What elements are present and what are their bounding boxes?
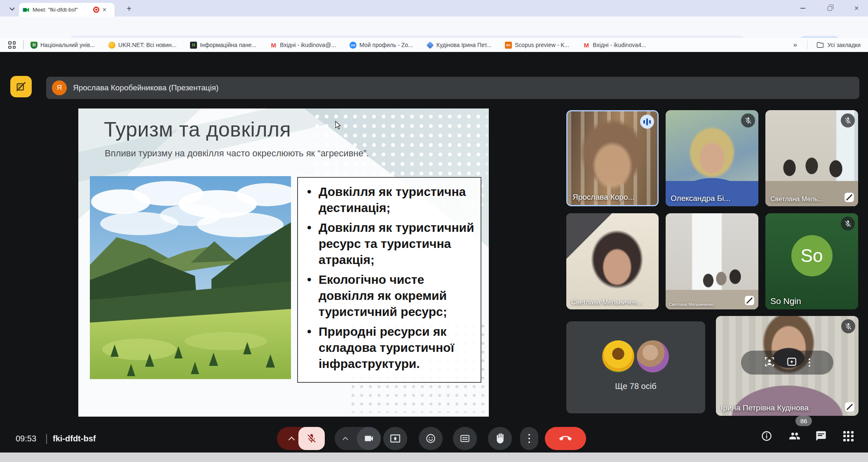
bookmarks-overflow-chevron[interactable]: » <box>793 41 797 49</box>
avatar-initials: So <box>791 235 833 276</box>
slide-subtitle: Впливи туризму на довкілля часто окреслю… <box>105 148 369 159</box>
tab-title: Meet: "fki-dfdt-bsf" <box>33 7 90 13</box>
bookmark-favicon: zm <box>350 42 357 49</box>
presentation-slide[interactable]: Туризм та довкілля Впливи туризму на дов… <box>78 108 489 417</box>
present-icon <box>390 433 401 444</box>
bookmark-favicon: M <box>583 42 590 49</box>
participant-name: Светлана Мель... <box>770 196 823 203</box>
presentation-paused-button[interactable] <box>10 76 32 97</box>
browser-toolbar: meet.google.com/fki-dfdt-bsf Освіта <box>0 16 868 38</box>
slide-bullet: Екологічно чисте довкілля як окремий тур… <box>304 271 476 320</box>
chat-icon <box>815 430 827 442</box>
captions-icon <box>460 433 470 444</box>
screen: Meet: "fki-dfdt-bsf" ✕ + ✕ meet.google.c… <box>0 0 868 462</box>
window-minimize-button[interactable] <box>796 2 809 14</box>
bookmark-item[interactable]: HІнформаційна пане... <box>190 42 256 49</box>
expand-tile-icon[interactable] <box>844 401 855 412</box>
slashed-grid-icon <box>15 81 27 92</box>
participant-count-badge: 86 <box>795 416 812 426</box>
participant-avatar <box>637 340 669 372</box>
raise-hand-button[interactable] <box>488 427 512 450</box>
microphone-muted-button[interactable] <box>298 427 325 450</box>
meeting-code: fki-dfdt-bsf <box>53 434 96 443</box>
expand-tile-icon[interactable] <box>844 192 855 203</box>
bookmark-item[interactable]: SCScopus preview - K... <box>505 42 569 49</box>
slide-bullet: Природні ресурси як складова туристичної… <box>304 323 476 372</box>
captions-button[interactable] <box>453 427 477 450</box>
new-tab-button[interactable]: + <box>124 4 134 14</box>
grid-icon <box>843 431 854 441</box>
meet-favicon-icon <box>22 6 30 14</box>
slide-bullet-box: Довкілля як туристична дестинація; Довкі… <box>297 177 481 383</box>
more-options-button[interactable] <box>520 427 538 450</box>
bookmark-favicon: H <box>30 42 38 49</box>
overflow-participants-tile[interactable]: Ще 78 осіб <box>566 321 705 413</box>
video-tile-classroom[interactable]: Светлана Мельниченко <box>666 213 758 309</box>
video-feed <box>566 213 659 309</box>
video-tile-svetlana-room[interactable]: Светлана Мель... <box>765 110 858 206</box>
participant-name: Светлана Мельниченко <box>669 302 714 307</box>
video-tile-yaroslava[interactable]: Ярослава Коро... <box>566 110 659 206</box>
bookmark-favicon <box>108 42 115 49</box>
tile-more-options-button[interactable] <box>809 358 810 367</box>
camera-button[interactable] <box>357 427 381 450</box>
participant-name: Ярослава Коро... <box>572 193 634 202</box>
more-participants-label: Ще 78 осіб <box>566 382 705 391</box>
bookmark-favicon <box>426 41 434 49</box>
chat-button[interactable] <box>814 429 828 443</box>
mic-muted-icon <box>841 113 855 127</box>
slide-title: Туризм та довкілля <box>104 118 291 141</box>
participant-avatar <box>602 340 634 372</box>
apps-grid-icon[interactable] <box>8 41 16 49</box>
videocam-icon <box>364 433 374 444</box>
all-bookmarks-button[interactable]: Усі закладки <box>816 41 861 49</box>
present-screen-button[interactable] <box>383 427 407 450</box>
activities-button[interactable] <box>841 429 856 443</box>
tile-hover-actions <box>741 351 833 375</box>
window-restore-button[interactable] <box>823 2 836 14</box>
meet-app: Я Ярослава Коробейникова (Презентація) Т… <box>0 52 868 453</box>
participant-name: Олександра Бі... <box>671 194 730 203</box>
frame-person-button[interactable] <box>764 356 775 369</box>
bookmark-item[interactable]: Кудінова Ірина Пет... <box>427 42 491 48</box>
reactions-button[interactable] <box>419 427 443 450</box>
bookmark-favicon: M <box>270 42 277 49</box>
meeting-info-button[interactable] <box>759 429 774 443</box>
people-icon <box>789 430 800 442</box>
mouse-cursor <box>335 121 343 130</box>
mic-off-icon <box>306 433 317 444</box>
bookmark-favicon: SC <box>505 42 512 49</box>
bookmark-item[interactable]: MВхідні - ikudinova4... <box>583 42 646 49</box>
presenter-banner[interactable]: Я Ярослава Коробейникова (Презентація) <box>46 77 859 99</box>
slide-bullet: Довкілля як туристична дестинація; <box>304 184 476 216</box>
bookmark-item[interactable]: MВхідні - ikudinova@... <box>270 42 336 49</box>
slide-photo-landscape <box>90 176 291 379</box>
window-close-button[interactable]: ✕ <box>850 2 863 14</box>
bookmark-item[interactable]: UKR.NET: Всі новин... <box>108 42 176 49</box>
video-tile-oleksandra[interactable]: Олександра Бі... <box>666 110 758 206</box>
browser-tab[interactable]: Meet: "fki-dfdt-bsf" ✕ <box>19 3 115 16</box>
end-call-button[interactable] <box>545 427 586 450</box>
bookmark-item[interactable]: HНаціональний унів... <box>30 42 95 49</box>
mic-muted-icon <box>741 113 755 127</box>
tab-search-chevron-icon[interactable] <box>7 4 17 13</box>
camera-options-chevron[interactable] <box>343 437 348 443</box>
call-end-icon <box>559 432 572 445</box>
expand-tile-icon[interactable] <box>744 295 755 306</box>
video-tile-iryna[interactable]: Ірина Петрівна Кудінова <box>716 316 859 416</box>
video-tile-svetlana-closeup[interactable]: Светлана Мельничен... <box>566 213 659 309</box>
hand-icon <box>495 433 505 444</box>
participants-button[interactable] <box>787 429 802 443</box>
presenter-avatar: Я <box>52 80 67 95</box>
folder-icon <box>816 41 824 49</box>
camera-control-group[interactable] <box>335 427 381 450</box>
presenter-name: Ярослава Коробейникова (Презентація) <box>73 83 218 92</box>
bookmark-favicon: H <box>190 42 197 49</box>
apply-effects-button[interactable] <box>786 356 797 369</box>
mic-muted-icon <box>841 217 855 231</box>
tab-close-icon[interactable]: ✕ <box>102 7 107 13</box>
bookmark-item[interactable]: zmМой профиль - Zo... <box>350 42 413 49</box>
participant-name: So Ngin <box>770 296 801 306</box>
video-tile-so-ngin[interactable]: So So Ngin <box>765 213 858 309</box>
browser-titlebar: Meet: "fki-dfdt-bsf" ✕ + ✕ <box>0 0 868 16</box>
